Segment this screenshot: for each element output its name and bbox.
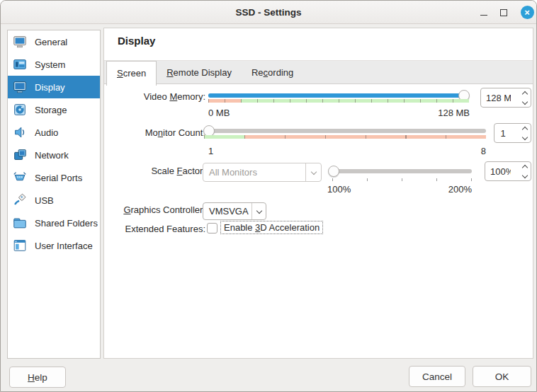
shared-folders-icon [11, 214, 28, 231]
help-button[interactable]: Help [9, 367, 66, 388]
sidebar-item-label: Audio [35, 127, 58, 138]
ok-button[interactable]: OK [473, 366, 531, 387]
tab-bar: Screen Remote Display Recording [104, 60, 533, 84]
video-memory-label: Video Memory: [104, 91, 205, 102]
sidebar-item-label: Storage [35, 105, 67, 115]
video-memory-tick-strip [208, 99, 469, 103]
general-icon [11, 33, 28, 50]
tab-remote-display[interactable]: Remote Display [157, 61, 242, 85]
spin-up-icon[interactable] [521, 91, 527, 96]
combo-dropdown-button[interactable] [305, 163, 321, 181]
spin-up-icon[interactable] [521, 126, 527, 132]
scale-factor-spinbox[interactable]: 100% [485, 161, 531, 181]
sidebar-item-network[interactable]: Network [8, 144, 100, 166]
close-button[interactable]: × [519, 1, 536, 24]
sidebar-item-label: Network [35, 150, 69, 161]
scale-factor-tick-strip [332, 178, 472, 181]
sidebar-item-display[interactable]: Display [8, 76, 100, 98]
scale-factor-max-label: 200% [329, 184, 472, 195]
page-title: Display [118, 35, 155, 47]
minimize-icon [480, 10, 487, 16]
tab-screen[interactable]: Screen [106, 61, 157, 86]
settings-window: SSD - Settings × General System Display [0, 0, 537, 392]
chevron-down-icon [310, 168, 316, 174]
sidebar-item-label: User Interface [35, 241, 93, 251]
monitor-count-label: Monitor Count: [104, 127, 205, 138]
user-interface-icon [11, 237, 28, 254]
maximize-button[interactable] [495, 1, 512, 24]
scale-factor-monitor-combobox[interactable]: All Monitors [203, 163, 322, 182]
scale-factor-slider-track [329, 169, 472, 173]
monitor-count-value: 1 [494, 128, 509, 139]
combo-dropdown-button[interactable] [251, 203, 266, 219]
sidebar-item-shared-folders[interactable]: Shared Folders [8, 212, 100, 234]
spin-down-icon[interactable] [521, 172, 527, 178]
sidebar-item-system[interactable]: System [8, 53, 100, 76]
scale-factor-monitor-value: All Monitors [203, 167, 305, 178]
monitor-count-slider-track [204, 129, 486, 133]
tab-recording[interactable]: Recording [242, 61, 303, 85]
sidebar-item-serial-ports[interactable]: Serial Ports [8, 166, 100, 189]
monitor-count-max-label: 8 [204, 146, 486, 156]
sidebar-item-label: System [35, 59, 65, 70]
video-memory-spinbox[interactable]: 128 MB [480, 88, 531, 108]
display-settings-panel: Display Screen Remote Display Recording … [103, 28, 533, 359]
usb-icon [11, 192, 28, 209]
network-icon [11, 146, 28, 163]
enable-3d-acceleration-checkbox-label[interactable]: Enable 3D Acceleration [220, 221, 323, 234]
graphics-controller-value: VMSVGA [203, 206, 251, 217]
monitor-count-tick-strip [204, 135, 486, 139]
sidebar-item-label: Display [35, 82, 65, 93]
scale-factor-label: Scale Factor: [104, 166, 205, 176]
spin-down-icon[interactable] [521, 98, 527, 104]
sidebar-item-user-interface[interactable]: User Interface [8, 234, 100, 257]
sidebar-item-audio[interactable]: Audio [8, 121, 100, 144]
video-memory-value: 128 MB [481, 93, 511, 103]
system-icon [11, 56, 28, 73]
sidebar-item-label: Shared Folders [35, 218, 98, 229]
graphics-controller-label: Graphics Controller: [104, 204, 205, 215]
cancel-button[interactable]: Cancel [409, 366, 465, 387]
scale-factor-slider[interactable] [329, 166, 472, 177]
video-memory-slider-fill [208, 93, 469, 98]
audio-icon [11, 124, 28, 141]
spin-up-icon[interactable] [521, 164, 527, 170]
sidebar-item-label: General [35, 37, 67, 47]
minimize-button[interactable] [475, 1, 492, 24]
extended-features-label: Extended Features: [104, 224, 205, 234]
window-title: SSD - Settings [1, 1, 536, 24]
sidebar-item-usb[interactable]: USB [8, 189, 100, 212]
display-icon [11, 79, 28, 96]
sidebar-item-general[interactable]: General [8, 30, 100, 53]
spin-down-icon[interactable] [521, 134, 527, 139]
scale-factor-slider-handle[interactable] [328, 166, 339, 177]
settings-sidebar: General System Display Storage Audio [7, 30, 101, 359]
enable-3d-acceleration-checkbox[interactable] [207, 223, 217, 234]
chevron-down-icon [256, 207, 261, 213]
scale-factor-value: 100% [485, 166, 511, 177]
sidebar-item-label: Serial Ports [35, 173, 82, 183]
serial-ports-icon [11, 169, 28, 186]
sidebar-item-storage[interactable]: Storage [8, 98, 100, 121]
maximize-icon [500, 9, 507, 16]
titlebar: SSD - Settings × [1, 1, 536, 24]
monitor-count-spinbox[interactable]: 1 [494, 123, 531, 143]
video-memory-max-label: 128 MB [208, 108, 470, 118]
close-icon: × [521, 6, 534, 19]
storage-icon [11, 101, 28, 118]
graphics-controller-combobox[interactable]: VMSVGA [203, 202, 266, 220]
sidebar-item-label: USB [35, 195, 54, 206]
